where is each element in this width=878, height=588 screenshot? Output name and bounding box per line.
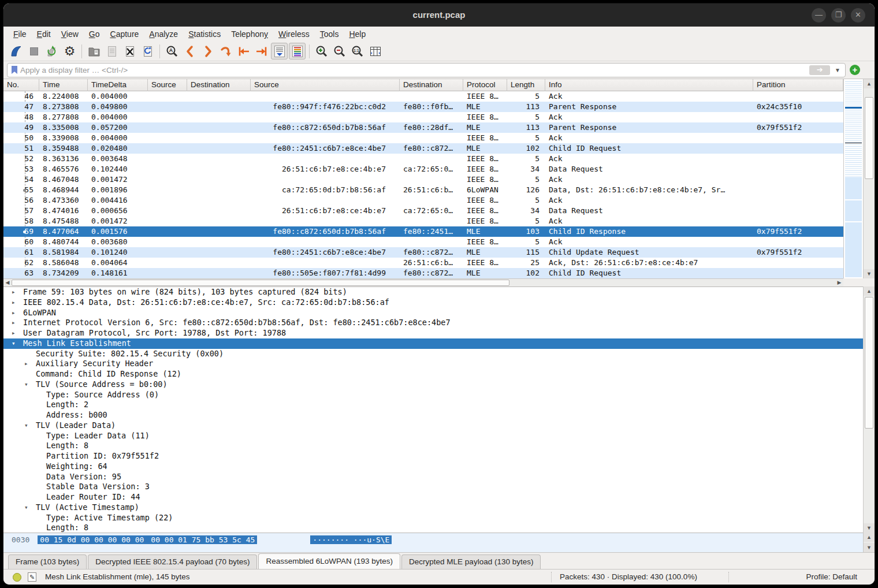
expanded-arrow-icon[interactable]: ▾ xyxy=(24,503,28,513)
packet-list-hscrollbar[interactable]: ◀ ▶ xyxy=(3,278,843,286)
detail-line[interactable]: ▸User Datagram Protocol, Src Port: 19788… xyxy=(3,328,863,338)
detail-line[interactable]: Type: Active Timestamp (22) xyxy=(3,513,863,523)
column-header-partition[interactable]: Partition xyxy=(753,79,843,91)
detail-line[interactable]: ▸Internet Protocol Version 6, Src: fe80:… xyxy=(3,318,863,328)
collapsed-arrow-icon[interactable]: ▸ xyxy=(12,297,16,308)
scroll-down-icon[interactable]: ▼ xyxy=(864,523,875,533)
hex-scrollbar[interactable]: ▲ ▼ xyxy=(863,533,875,552)
packet-row-52[interactable]: 528.3631360.003648IEEE 8…5Ack xyxy=(3,154,843,164)
scroll-up-icon[interactable]: ▲ xyxy=(864,79,875,88)
detail-line[interactable]: ▾TLV (Source Address = b0:00) xyxy=(3,379,863,390)
detail-line[interactable]: Length: 8 xyxy=(3,441,863,451)
packet-row-61[interactable]: 618.5819840.101240fe80::2451:c6b7:e8ce:4… xyxy=(3,247,843,258)
colorize-icon[interactable] xyxy=(289,43,306,59)
tab-frame-103-bytes-[interactable]: Frame (103 bytes) xyxy=(8,554,87,569)
packet-row-59[interactable]: 598.4770640.001576fe80::c872:650d:b7b8:5… xyxy=(3,226,843,237)
detail-line[interactable]: Stable Data Version: 3 xyxy=(3,482,863,492)
column-header-no-[interactable]: No. xyxy=(3,79,39,91)
packet-row-54[interactable]: 548.4670480.001472IEEE 8…5Ack xyxy=(3,174,843,185)
scroll-right-icon[interactable]: ▶ xyxy=(835,279,843,286)
collapsed-arrow-icon[interactable]: ▸ xyxy=(12,287,16,297)
detail-line[interactable]: Partition ID: 0x79f551f2 xyxy=(3,451,863,462)
menu-view[interactable]: View xyxy=(56,27,84,41)
detail-line[interactable]: Length: 2 xyxy=(3,400,863,410)
menu-statistics[interactable]: Statistics xyxy=(183,27,226,41)
go-to-packet-icon[interactable] xyxy=(217,43,234,59)
zoom-out-icon[interactable] xyxy=(331,43,348,59)
scroll-left-icon[interactable]: ◀ xyxy=(3,279,12,286)
column-header-destination[interactable]: Destination xyxy=(400,79,463,91)
capture-comment-icon[interactable]: ✎ xyxy=(28,572,36,582)
packet-list-scrollbar[interactable]: ▲ ▼ xyxy=(863,79,875,278)
expanded-arrow-icon[interactable]: ▾ xyxy=(24,420,28,431)
menu-help[interactable]: Help xyxy=(344,27,371,41)
packet-row-46[interactable]: 468.2240080.004000IEEE 8…5Ack xyxy=(3,91,843,102)
detail-line[interactable]: Leader Router ID: 44 xyxy=(3,492,863,503)
collapsed-arrow-icon[interactable]: ▸ xyxy=(24,359,28,369)
packet-row-62[interactable]: 628.5860480.00406426:51:c6:b…IEEE 8…25Ac… xyxy=(3,258,843,268)
details-scroll-thumb[interactable] xyxy=(865,297,873,429)
packet-row-57[interactable]: 578.4740160.00065626:51:c6:b7:e8:ce:4b:e… xyxy=(3,206,843,216)
menu-analyze[interactable]: Analyze xyxy=(144,27,183,41)
packet-row-53[interactable]: 538.4655760.10244026:51:c6:b7:e8:ce:4b:e… xyxy=(3,164,843,174)
apply-filter-button[interactable]: ➔ xyxy=(809,65,830,75)
stop-capture-icon[interactable] xyxy=(25,43,42,59)
auto-scroll-icon[interactable] xyxy=(271,43,288,59)
details-scrollbar[interactable]: ▲ ▼ xyxy=(863,286,875,533)
previous-packet-icon[interactable] xyxy=(181,43,198,59)
close-file-icon[interactable] xyxy=(121,43,138,59)
column-header-source[interactable]: Source xyxy=(251,79,400,91)
maximize-button[interactable]: ❐ xyxy=(831,8,846,23)
packet-row-58[interactable]: 588.4754880.001472IEEE 8…5Ack xyxy=(3,216,843,226)
first-packet-icon[interactable] xyxy=(235,43,252,59)
packet-bytes-pane[interactable]: 003000 15 0d 00 00 00 00 0000 00 01 75 b… xyxy=(3,533,863,552)
detail-line[interactable]: Weighting: 64 xyxy=(3,462,863,472)
scroll-up-icon[interactable]: ▲ xyxy=(864,533,875,542)
status-profile[interactable]: Profile: Default xyxy=(806,570,857,585)
detail-line[interactable]: ▾TLV (Leader Data) xyxy=(3,420,863,431)
detail-line[interactable]: ▸Frame 59: 103 bytes on wire (824 bits),… xyxy=(3,287,863,297)
expanded-arrow-icon[interactable]: ▾ xyxy=(12,338,16,349)
column-header-destination[interactable]: Destination xyxy=(187,79,251,91)
expanded-arrow-icon[interactable]: ▾ xyxy=(24,379,28,390)
detail-line[interactable]: ▾TLV (Active Timestamp) xyxy=(3,503,863,513)
restart-capture-icon[interactable] xyxy=(43,43,60,59)
hex-row[interactable]: 003000 15 0d 00 00 00 00 0000 00 01 75 b… xyxy=(3,535,863,545)
wireshark-start-icon[interactable] xyxy=(8,43,24,59)
tab-decrypted-mle-payload-130-bytes-[interactable]: Decrypted MLE payload (130 bytes) xyxy=(401,554,541,569)
minimize-button[interactable]: — xyxy=(812,8,826,23)
column-header-length[interactable]: Length xyxy=(507,79,545,91)
find-packet-icon[interactable]: A xyxy=(163,43,180,59)
scroll-up-icon[interactable]: ▲ xyxy=(864,286,875,296)
add-filter-button[interactable]: + xyxy=(850,65,860,75)
packet-row-50[interactable]: 508.3390080.004000IEEE 8…5Ack xyxy=(3,133,843,143)
expert-info-icon[interactable] xyxy=(13,573,21,582)
packet-row-60[interactable]: 608.4807440.003680IEEE 8…5Ack xyxy=(3,237,843,247)
column-header-time[interactable]: Time xyxy=(39,79,88,91)
detail-line[interactable]: Type: Leader Data (11) xyxy=(3,431,863,441)
detail-line[interactable]: Security Suite: 802.15.4 Security (0x00) xyxy=(3,349,863,359)
open-file-icon[interactable] xyxy=(85,43,102,59)
menu-capture[interactable]: Capture xyxy=(105,27,144,41)
menu-edit[interactable]: Edit xyxy=(32,27,56,41)
detail-line[interactable]: Address: b000 xyxy=(3,410,863,420)
column-header-protocol[interactable]: Protocol xyxy=(463,79,507,91)
capture-options-icon[interactable]: ⚙ xyxy=(61,43,78,59)
packet-row-55[interactable]: 558.4689440.001896ca:72:65:0d:b7:b8:56:a… xyxy=(3,185,843,195)
detail-line[interactable]: Length: 8 xyxy=(3,523,863,533)
tab-decrypted-ieee-802-15-4-payload-70-bytes-[interactable]: Decrypted IEEE 802.15.4 payload (70 byte… xyxy=(88,554,257,569)
menu-go[interactable]: Go xyxy=(84,27,105,41)
detail-line[interactable]: ▸Auxiliary Security Header xyxy=(3,359,863,369)
hscroll-thumb[interactable] xyxy=(12,280,509,286)
zoom-original-icon[interactable]: 1:1 xyxy=(349,43,366,59)
collapsed-arrow-icon[interactable]: ▸ xyxy=(12,328,16,338)
collapsed-arrow-icon[interactable]: ▸ xyxy=(12,308,16,318)
scroll-down-icon[interactable]: ▼ xyxy=(864,269,875,278)
collapsed-arrow-icon[interactable]: ▸ xyxy=(12,318,16,328)
menu-file[interactable]: File xyxy=(8,27,32,41)
column-header-info[interactable]: Info xyxy=(545,79,753,91)
next-packet-icon[interactable] xyxy=(199,43,216,59)
detail-line[interactable]: ▸6LoWPAN xyxy=(3,308,863,318)
packet-row-63[interactable]: 638.7342090.148161fe80::505e:f807:7f81:4… xyxy=(3,268,843,278)
packet-row-51[interactable]: 518.3594880.020480fe80::2451:c6b7:e8ce:4… xyxy=(3,143,843,154)
